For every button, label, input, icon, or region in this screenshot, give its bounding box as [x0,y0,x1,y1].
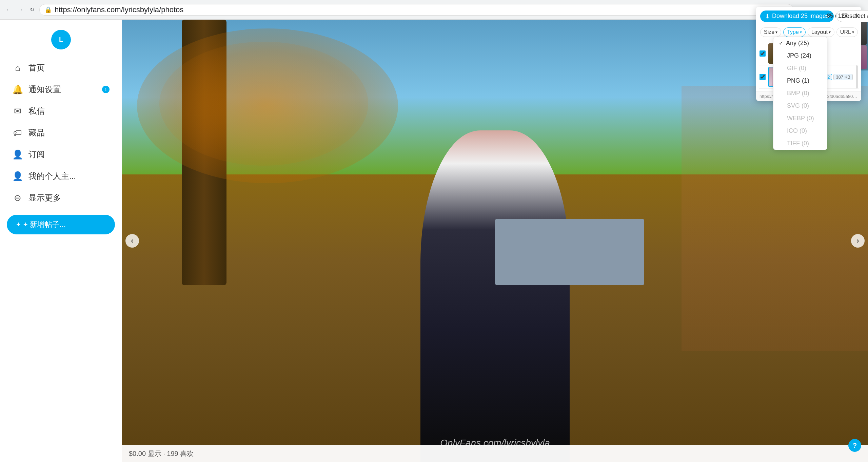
download-label: Download 25 images [772,13,829,20]
profile-icon: 👤 [12,171,23,182]
sidebar-item-notifications[interactable]: 🔔 通知设置 1 [3,79,119,100]
sidebar-item-label: 私信 [28,106,45,117]
dropdown-item-any[interactable]: ✓ Any (25) [773,37,827,49]
download-icon: ⬇ [765,13,770,20]
dropdown-item-webp: WEBP (0) [773,112,827,125]
minus-circle-icon: ⊖ [12,193,23,203]
chevron-down-icon-4: ▾ [852,30,854,35]
sidebar-logo: L [51,30,71,49]
sidebar-item-label: 首页 [28,62,45,73]
dropdown-item-png[interactable]: PNG (1) [773,75,827,87]
dropdown-item-label: PNG (1) [787,77,809,84]
notification-badge: 1 [102,86,110,93]
plus-icon: + [16,220,21,229]
dropdown-item-label: WEBP (0) [787,115,814,122]
bottom-bar: $0.00 显示 · 199 喜欢 [122,445,868,462]
chevron-down-icon-3: ▾ [829,30,831,35]
svg-text:L: L [59,36,63,43]
message-icon: ✉ [12,106,23,117]
address-bar[interactable]: 🔒 https://onlyfans.com/lyricsbylyla/phot… [39,4,793,16]
dropdown-item-ico: ICO (0) [773,125,827,137]
price-likes-text: $0.00 显示 · 199 喜欢 [129,449,194,458]
browser-nav-controls: ← → ↻ [4,5,37,15]
sidebar-item-subscriptions[interactable]: 👤 订阅 [3,144,119,165]
kb-badge: 387 KB [833,74,853,80]
dropdown-item-svg: SVG (0) [773,100,827,112]
main-content: L ⌂ 首页 🔔 通知设置 1 ✉ 私信 🏷 藏品 👤 订阅 👤 我的个人主..… [0,20,868,462]
sidebar-item-more[interactable]: ⊖ 显示更多 [3,188,119,208]
dropdown-item-label: TIFF (0) [787,140,809,147]
check-icon: ✓ [779,40,783,46]
close-overlay-button[interactable]: ✕ [854,12,860,20]
dropdown-item-label: BMP (0) [787,90,809,97]
dropdown-item-gif: GIF (0) [773,62,827,75]
scroll-indicator [856,65,858,88]
size-filter-button[interactable]: Size ▾ [760,27,781,37]
person-icon: 👤 [12,149,23,160]
chevron-down-icon-2: ▾ [800,30,802,35]
next-image-button[interactable]: › [851,234,865,248]
sidebar-item-label: 藏品 [28,127,45,138]
type-filter-button[interactable]: Type ▾ [783,27,806,37]
help-button[interactable]: ? [848,439,861,452]
bell-icon: 🔔 [12,84,23,95]
sidebar-item-label: 我的个人主... [28,171,76,182]
prev-image-button[interactable]: ‹ [125,234,139,248]
sidebar-item-label: 通知设置 [28,84,61,95]
bookmark-icon: 🏷 [12,128,23,138]
refresh-button[interactable]: ↻ [27,5,37,15]
back-button[interactable]: ← [4,5,14,15]
type-filter-label: Type [787,29,799,35]
download-button[interactable]: ⬇ Download 25 images [760,10,834,22]
browser-chrome: ← → ↻ 🔒 https://onlyfans.com/lyricsbylyl… [0,0,868,20]
sidebar-item-label: 订阅 [28,149,45,160]
sidebar-item-home[interactable]: ⌂ 首页 [3,58,119,78]
new-post-label: + 新增帖子... [23,219,66,230]
sidebar: L ⌂ 首页 🔔 通知设置 1 ✉ 私信 🏷 藏品 👤 订阅 👤 我的个人主..… [0,20,122,462]
size-filter-label: Size [764,29,774,35]
dropdown-item-label: Any (25) [786,40,809,47]
layout-filter-button[interactable]: Layout ▾ [808,27,834,37]
dropdown-item-tiff: TIFF (0) [773,137,827,150]
dropdown-item-jpg[interactable]: JPG (24) [773,49,827,62]
url-text: https://onlyfans.com/lyricsbylyla/photos [55,5,183,14]
image-counter: 85 / 127 [827,13,848,19]
item-checkbox-2[interactable] [760,74,766,80]
url-filter-label: URL [840,29,851,35]
home-icon: ⌂ [12,63,23,73]
dropdown-item-label: SVG (0) [787,102,809,109]
forward-button[interactable]: → [16,5,25,15]
dropdown-item-label: GIF (0) [787,65,806,72]
chevron-down-icon: ▾ [775,30,777,35]
item-checkbox-1[interactable] [760,50,766,57]
layout-filter-label: Layout [811,29,828,35]
dropdown-item-label: JPG (24) [787,52,811,59]
sidebar-item-collections[interactable]: 🏷 藏品 [3,123,119,143]
sidebar-item-label: 显示更多 [28,192,61,203]
sidebar-item-messages[interactable]: ✉ 私信 [3,101,119,121]
dropdown-item-label: ICO (0) [787,127,807,134]
new-post-button[interactable]: + + 新增帖子... [7,215,115,234]
dropdown-item-bmp: BMP (0) [773,87,827,100]
lock-icon: 🔒 [44,6,52,14]
url-filter-button[interactable]: URL ▾ [836,27,858,37]
sidebar-item-profile[interactable]: 👤 我的个人主... [3,166,119,186]
type-dropdown: ✓ Any (25) JPG (24) GIF (0) PNG (1) BMP … [773,37,827,150]
